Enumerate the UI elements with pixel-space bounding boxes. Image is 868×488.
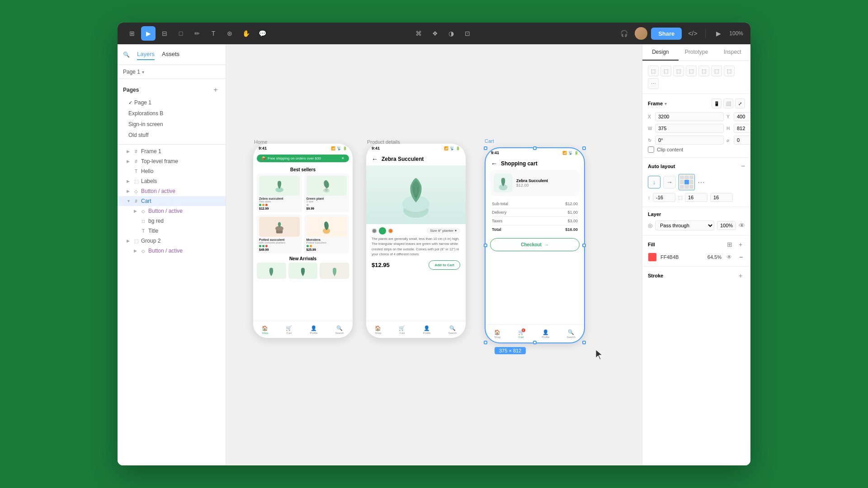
distribute-h-button[interactable]: ⬚ xyxy=(724,66,735,76)
w-input[interactable] xyxy=(655,124,724,133)
delivery-value: $1.00 xyxy=(567,210,578,215)
fill-visibility-toggle[interactable]: 👁 xyxy=(725,253,733,261)
comment-tool[interactable]: 💬 xyxy=(255,26,269,41)
play-button[interactable]: ▶ xyxy=(711,26,726,41)
code-view-button[interactable]: </> xyxy=(685,26,700,41)
add-page-button[interactable]: + xyxy=(211,85,220,94)
visibility-toggle[interactable]: 👁 xyxy=(739,222,745,229)
layer-frame1[interactable]: ▶ # Frame 1 xyxy=(118,146,226,156)
text-tool[interactable]: T xyxy=(206,26,221,41)
product-sub-3: with concrete planters xyxy=(259,241,300,244)
layout-direction-right[interactable]: → xyxy=(663,176,676,188)
opacity-input[interactable] xyxy=(717,221,736,230)
tab-assets[interactable]: Assets xyxy=(162,49,179,60)
layer-hello[interactable]: T Hello xyxy=(118,166,226,176)
align-center-v-button[interactable]: ⬚ xyxy=(698,66,709,76)
layer-group2[interactable]: ▶ ⬚ Group 2 xyxy=(118,236,226,246)
select-tool[interactable]: ▶ xyxy=(141,26,156,41)
plugins-icon[interactable]: ⌘ xyxy=(411,26,426,41)
chevron-right-icon: ▶ xyxy=(127,189,131,193)
fill-add-button[interactable]: + xyxy=(736,240,745,249)
cart-item-name: Zebra Succulent xyxy=(516,178,548,183)
frame-section-title: Frame xyxy=(648,101,663,106)
page-item-signin[interactable]: Sign-in screen xyxy=(118,119,226,130)
phone-frame-button[interactable]: 📱 xyxy=(712,99,722,108)
fill-hex-value: FF4B4B xyxy=(660,254,700,260)
tab-prototype[interactable]: Prototype xyxy=(679,44,715,61)
size-selector[interactable]: Size 8" planter ▾ xyxy=(426,228,460,234)
h-input[interactable] xyxy=(734,124,750,133)
y-input[interactable] xyxy=(734,112,750,121)
toolbar-separator xyxy=(705,29,706,38)
auto-layout-remove-button[interactable]: − xyxy=(741,162,745,170)
add-to-cart-button[interactable]: Add to Cart xyxy=(429,260,460,270)
stroke-header: Stroke + xyxy=(648,271,745,280)
fullscreen-frame-button[interactable]: ⤢ xyxy=(735,99,745,108)
grid-tool[interactable]: ⊞ xyxy=(125,26,139,41)
back-button[interactable]: ← xyxy=(372,155,378,163)
component-tool[interactable]: ⊛ xyxy=(222,26,237,41)
layer-label: Cart xyxy=(141,198,151,204)
nav-profile: 👤 Profile xyxy=(310,325,317,334)
tab-design[interactable]: Design xyxy=(642,44,679,61)
blend-mode-select[interactable]: Pass through xyxy=(655,221,714,230)
cart-nav: 🏠 Shop 🛒 1 Cart 👤 Profile xyxy=(486,324,584,343)
canvas-area[interactable]: Home 9:41 📶 📡 🔋 📦 Free shipping on order… xyxy=(226,44,642,465)
align-center-h-button[interactable]: ⬚ xyxy=(660,66,671,76)
tab-layers[interactable]: Layers xyxy=(137,49,155,60)
tablet-frame-button[interactable]: ⬜ xyxy=(723,99,733,108)
page-item-oldstuff[interactable]: Old stuff xyxy=(118,130,226,141)
layer-labels[interactable]: ▶ ⬚ Labels xyxy=(118,176,226,186)
status-time: 9:41 xyxy=(259,146,267,150)
avatar xyxy=(635,27,647,40)
clip-content-checkbox[interactable] xyxy=(648,146,654,153)
themes-icon[interactable]: ◑ xyxy=(444,26,458,41)
share-button[interactable]: Share xyxy=(651,28,682,40)
page-item-page1[interactable]: Page 1 xyxy=(118,97,226,108)
padding-input-2[interactable] xyxy=(710,193,733,202)
zoom-selector[interactable]: 100% xyxy=(729,30,743,37)
components-icon[interactable]: ❖ xyxy=(428,26,442,41)
layers-tree: ▶ # Frame 1 ▶ # Top-level frame T Hello … xyxy=(118,145,226,465)
layer-button-active-2[interactable]: ▶ ◇ Button / active xyxy=(118,246,226,256)
product-header: ← Zebra Succulent xyxy=(366,153,466,165)
frame-tool[interactable]: ⊟ xyxy=(157,26,172,41)
checkout-button[interactable]: Checkout → xyxy=(490,238,580,251)
alignment-buttons: ⬚ ⬚ ⬚ ⬚ ⬚ ⬚ ⬚ ⋯ xyxy=(648,66,745,89)
page-item-explorations[interactable]: Explorations B xyxy=(118,108,226,119)
layer-bg-red[interactable]: □ bg red xyxy=(118,216,226,226)
align-bottom-button[interactable]: ⬚ xyxy=(711,66,722,76)
auto-layout-more[interactable]: ⋯ xyxy=(698,178,705,187)
preview-icon[interactable]: ⊡ xyxy=(460,26,475,41)
notification-text: Free shipping on orders over $30 xyxy=(268,156,321,160)
align-top-button[interactable]: ⬚ xyxy=(686,66,697,76)
padding-label: ⬚ xyxy=(678,195,682,200)
layer-button-active-cart[interactable]: ▶ ◇ Button / active xyxy=(118,206,226,216)
page-item-label: Page 1 xyxy=(134,99,151,106)
layer-cart[interactable]: ▼ # Cart xyxy=(118,196,226,206)
stroke-add-button[interactable]: + xyxy=(736,271,745,280)
fill-color-swatch[interactable] xyxy=(648,253,657,262)
right-panel-tabs: Design Prototype Inspect xyxy=(642,44,750,61)
padding-input[interactable] xyxy=(685,193,708,202)
page-selector[interactable]: Page 1 ▾ xyxy=(118,65,226,79)
cart-title: Shopping cart xyxy=(501,160,538,167)
more-options-button[interactable]: ⋯ xyxy=(648,78,659,89)
fill-grid-button[interactable]: ⊞ xyxy=(725,240,734,249)
align-left-button[interactable]: ⬚ xyxy=(648,66,659,76)
hand-tool[interactable]: ✋ xyxy=(239,26,253,41)
corner-input[interactable] xyxy=(734,136,750,145)
x-input[interactable] xyxy=(655,112,724,121)
layer-title[interactable]: T Title xyxy=(118,226,226,236)
fill-remove-button[interactable]: − xyxy=(737,253,745,261)
layer-button-active-1[interactable]: ▶ ◇ Button / active xyxy=(118,186,226,196)
tab-inspect[interactable]: Inspect xyxy=(714,44,750,61)
rotation-input[interactable] xyxy=(655,136,724,145)
align-right-button[interactable]: ⬚ xyxy=(673,66,684,76)
shape-tool[interactable]: □ xyxy=(174,26,188,41)
headphones-icon[interactable]: 🎧 xyxy=(617,26,631,41)
gap-input[interactable] xyxy=(653,193,675,202)
layout-direction-down[interactable]: ↓ xyxy=(648,176,660,188)
layer-top-level-frame[interactable]: ▶ # Top-level frame xyxy=(118,156,226,166)
pen-tool[interactable]: ✏ xyxy=(190,26,204,41)
